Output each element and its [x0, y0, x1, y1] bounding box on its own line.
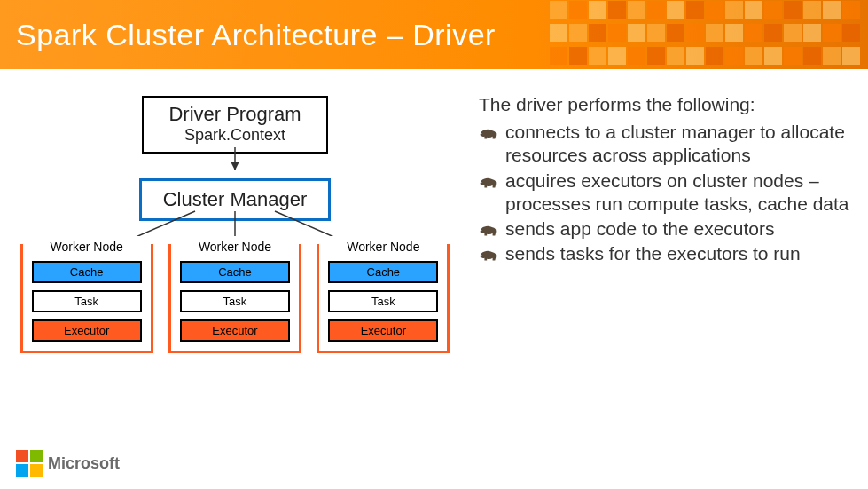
task-box: Task [180, 290, 290, 312]
bullet-text: sends tasks for the executors to run [505, 242, 801, 265]
worker-label: Worker Node [23, 236, 151, 259]
driver-program-box: Driver Program Spark.Context [142, 96, 328, 154]
cache-box: Cache [328, 261, 438, 283]
executor-box: Executor [180, 319, 290, 342]
worker-label: Worker Node [319, 236, 447, 259]
bullet-text: sends app code to the executors [505, 217, 775, 241]
bullet-text: acquires executors on cluster nodes – pr… [505, 170, 850, 217]
worker-label: Worker Node [171, 236, 299, 259]
executor-box: Executor [32, 319, 142, 342]
list-item: connects to a cluster manager to allocat… [479, 121, 850, 168]
list-item: sends app code to the executors [479, 217, 850, 241]
spark-context-label: Spark.Context [144, 126, 326, 145]
microsoft-text: Microsoft [48, 454, 120, 473]
list-item: sends tasks for the executors to run [479, 242, 850, 265]
slide-title: Spark Cluster Architecture – Driver [16, 18, 496, 52]
architecture-diagram: Driver Program Spark.Context Cluster Man… [0, 69, 470, 442]
bullet-text: connects to a cluster manager to allocat… [505, 121, 850, 168]
elephant-icon [479, 223, 498, 239]
cache-box: Cache [32, 261, 142, 283]
elephant-icon [479, 126, 498, 142]
description-panel: The driver performs the following: conne… [470, 69, 868, 442]
list-item: acquires executors on cluster nodes – pr… [479, 170, 850, 217]
elephant-icon [479, 175, 498, 191]
cache-box: Cache [180, 261, 290, 283]
intro-text: The driver performs the following: [479, 94, 850, 115]
elephant-icon [479, 248, 498, 264]
executor-box: Executor [328, 319, 438, 342]
footer-logo: Microsoft [16, 450, 120, 477]
worker-nodes-row: Worker Node Cache Task Executor Worker N… [0, 244, 470, 353]
slide-header: Spark Cluster Architecture – Driver [0, 0, 868, 69]
driver-title: Driver Program [144, 103, 326, 126]
slide-body: Driver Program Spark.Context Cluster Man… [0, 69, 868, 442]
header-decoration [549, 0, 868, 69]
task-box: Task [32, 290, 142, 312]
microsoft-icon [16, 450, 43, 477]
worker-node-2: Worker Node Cache Task Executor [168, 244, 301, 353]
worker-node-1: Worker Node Cache Task Executor [20, 244, 153, 353]
worker-node-3: Worker Node Cache Task Executor [317, 244, 450, 353]
task-box: Task [328, 290, 438, 312]
cluster-manager-box: Cluster Manager [139, 178, 331, 221]
bullet-list: connects to a cluster manager to allocat… [479, 121, 850, 266]
